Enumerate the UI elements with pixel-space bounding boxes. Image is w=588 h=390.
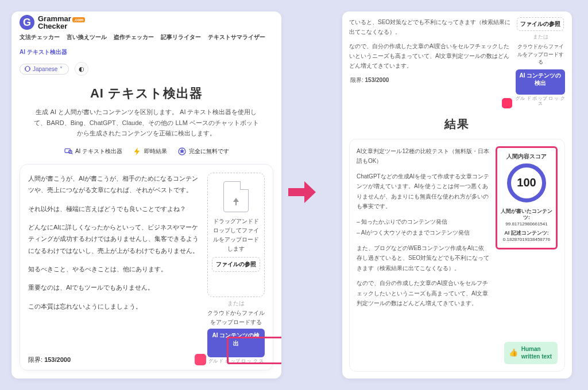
thumbs-up-icon: 👍 [509, 348, 518, 357]
score-value: 100 [517, 176, 536, 189]
page-title: AI テキスト検出器 [32, 85, 261, 102]
top-panel-continued: ていると、SEO対策などでも不利になってきます（検索結果に出てこなくなる）。 な… [342, 11, 572, 110]
upload-column: ドラッグアンドドロップしてファイルをアップロードします ファイルの参照 または … [207, 173, 265, 364]
result-badge: 👍 Humanwritten text [504, 342, 558, 364]
ai-score-value: 0.18287019338458776 [503, 237, 550, 242]
feature-item: 完全に無料です [177, 147, 229, 156]
char-limit: 限界: 153/2000 [349, 75, 511, 85]
logo-badge: .com [72, 17, 85, 22]
score-card: 人間内容スコア 100 人間が書いたコンテンツ: 99.817129806615… [496, 146, 558, 249]
language-select[interactable]: Japanese ˅ [20, 64, 69, 75]
screenshot-after: ていると、SEO対策などでも不利になってきます（検索結果に出てこなくなる）。 な… [342, 11, 572, 379]
drop-text: ドラッグアンドドロップしてファイルをアップロードします [211, 217, 261, 253]
logo-icon: G [20, 15, 34, 30]
results-text: AI文章判定ツール12種の比較テスト（無料版・日本語もOK） ChatGPTなど… [357, 146, 490, 364]
detect-button[interactable]: AI コンテンツの検出 [516, 69, 565, 95]
nav-item[interactable]: 文法チェッカー [20, 33, 60, 41]
text-input-area[interactable]: ていると、SEO対策などでも不利になってきます（検索結果に出てこなくなる）。 な… [349, 17, 511, 107]
browse-button[interactable]: ファイルの参照 [517, 17, 564, 31]
nav-item[interactable]: テキストサマライザー [208, 33, 265, 41]
clear-button[interactable] [195, 354, 206, 365]
page-desc: 生成 AI と人間が書いたコンテンツを区別します。 AI テキスト検出器を使用し… [32, 107, 261, 139]
language-label: Japanese [33, 66, 57, 72]
upload-column: ファイルの参照 または クラウドからファイルをアップロードする AI コンテンツ… [516, 17, 565, 107]
human-score-value: 99.81712980661541 [505, 221, 547, 227]
feature-item: 即時結果 [133, 147, 167, 156]
nav-item[interactable]: 言い換えツール [67, 33, 107, 41]
results-heading: 結果 [342, 110, 572, 136]
dark-mode-toggle[interactable]: ◐ [75, 62, 88, 76]
globe-icon [25, 66, 30, 72]
chevron-down-icon: ˅ [60, 66, 63, 72]
nav-item[interactable]: 記事リライター [161, 33, 201, 41]
cloud-upload-label: クラウドからファイルをアップロードする [516, 43, 565, 67]
star-icon [177, 147, 187, 156]
nav-item[interactable]: 盗作チェッカー [114, 33, 154, 41]
file-upload-icon [223, 181, 249, 212]
logo-bar: G Grammar.com Checker [11, 11, 281, 30]
cloud-icons: グル ド ボ ップ ロ ッ ク ス [516, 96, 565, 107]
features: AI テキスト検出器 即時結果 完全に無料です [11, 141, 281, 159]
logo-text: Grammar.com Checker [38, 15, 85, 30]
top-nav: 文法チェッカー 言い換えツール 盗作チェッカー 記事リライター テキストサマライ… [11, 30, 281, 60]
results-panel: AI文章判定ツール12種の比較テスト（無料版・日本語もOK） ChatGPTなど… [349, 139, 565, 372]
browse-button[interactable]: ファイルの参照 [212, 257, 260, 272]
search-icon [64, 147, 73, 156]
score-title: 人間内容スコア [506, 153, 547, 160]
bolt-icon [133, 147, 142, 156]
clear-button[interactable] [502, 98, 512, 108]
arrow-icon [287, 179, 317, 206]
nav-item-active[interactable]: AI テキスト検出器 [20, 48, 67, 56]
char-limit: 限界: 153/2000 [28, 356, 71, 364]
cloud-upload-label: クラウドからファイルをアップロードする [207, 309, 265, 326]
screenshot-before: G Grammar.com Checker 文法チェッカー 言い換えツール 盗作… [11, 11, 281, 379]
feature-item: AI テキスト検出器 [64, 147, 122, 156]
lang-row: Japanese ˅ ◐ [11, 60, 281, 79]
cloud-icons: グル ド ボ ップ ロ ッ ク ス [208, 358, 264, 364]
ai-score-label: AI 記述コンテンツ: [504, 230, 549, 237]
score-ring: 100 [507, 163, 546, 202]
or-label: または [533, 33, 548, 41]
or-label: または [227, 299, 245, 307]
dropzone[interactable]: ドラッグアンドドロップしてファイルをアップロードします ファイルの参照 [207, 173, 265, 297]
hero: AI テキスト検出器 生成 AI と人間が書いたコンテンツを区別します。 AI … [11, 79, 281, 141]
input-panel: 人間が書こうが、AIが書こうが、相手のためになるコンテンツや、売上につながる文章… [20, 164, 273, 370]
human-score-label: 人間が書いたコンテンツ: [500, 208, 554, 221]
text-input-area[interactable]: 人間が書こうが、AIが書こうが、相手のためになるコンテンツや、売上につながる文章… [28, 173, 200, 364]
detect-button[interactable]: AI コンテンツの検出 [207, 329, 265, 357]
